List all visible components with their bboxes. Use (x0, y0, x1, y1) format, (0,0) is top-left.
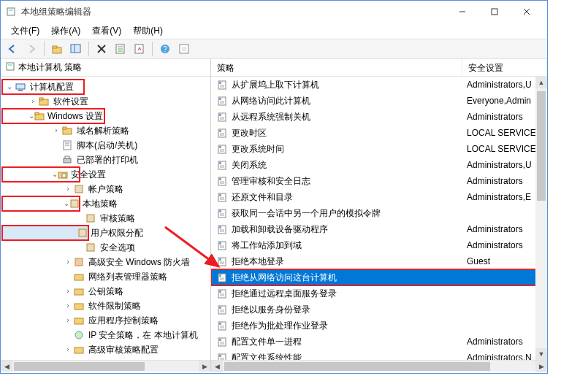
policy-row[interactable]: 拒绝从网络访问这台计算机 (211, 269, 547, 285)
refresh-button[interactable] (175, 40, 193, 58)
policy-row[interactable]: 拒绝以服务身份登录 (211, 301, 547, 318)
expand-icon[interactable]: ⌄ (5, 80, 14, 94)
setting-cell: Administrators (462, 109, 547, 125)
policy-row[interactable]: 拒绝本地登录Guest (211, 253, 547, 269)
tree-horizontal-scrollbar[interactable]: ◀ ▶ (1, 360, 210, 372)
policy-row[interactable]: 更改系统时间LOCAL SERVICE, (211, 141, 547, 157)
policy-row[interactable]: 配置文件单一进程Administrators (211, 334, 547, 350)
secopt-icon (84, 242, 97, 253)
expand-icon[interactable]: › (28, 94, 37, 109)
policy-cell: 从网络访问此计算机 (211, 93, 462, 109)
menu-help[interactable]: 帮助(H) (129, 23, 167, 39)
scroll-left-button[interactable]: ◀ (211, 361, 223, 372)
folder-icon (72, 345, 85, 354)
properties-button[interactable] (112, 40, 129, 58)
scroll-thumb[interactable] (224, 362, 490, 371)
tree-body[interactable]: ⌄ 计算机配置 › 软件设置 ⌄ Windows 设置 › (1, 77, 210, 360)
policy-row[interactable]: 更改时区LOCAL SERVICE, (211, 125, 547, 141)
scroll-right-button[interactable]: ▶ (199, 361, 210, 372)
tree-node-local-policies[interactable]: ⌄ 本地策略 (2, 196, 80, 211)
back-button[interactable] (4, 40, 21, 58)
scroll-left-button[interactable]: ◀ (1, 361, 12, 372)
expand-icon[interactable]: ⌄ (52, 167, 58, 182)
policy-row[interactable]: 配置文件系统性能Administrators,N (211, 350, 547, 360)
policy-row[interactable]: 将工作站添加到域Administrators (211, 237, 547, 253)
policy-row[interactable]: 拒绝通过远程桌面服务登录 (211, 285, 547, 301)
svg-rect-65 (219, 130, 221, 132)
tree-node-software-restriction[interactable]: › 软件限制策略 (2, 299, 209, 313)
forward-button[interactable] (23, 40, 40, 58)
expand-icon[interactable]: › (64, 299, 72, 313)
scroll-track[interactable] (12, 361, 199, 372)
policy-icon (215, 160, 229, 170)
close-button[interactable] (511, 1, 543, 22)
menu-file[interactable]: 文件(F) (7, 23, 44, 39)
tree-node-user-rights[interactable]: · 用户权限分配 (2, 226, 88, 240)
tree-node-network-list[interactable]: · 网络列表管理器策略 (2, 269, 209, 284)
expand-icon[interactable]: › (64, 284, 72, 299)
scroll-up-button[interactable]: ▲ (535, 77, 547, 88)
scroll-down-button[interactable]: ▼ (535, 348, 547, 360)
policy-cell: 获取同一会话中另一个用户的模拟令牌 (211, 205, 462, 221)
show-hide-tree-button[interactable] (67, 40, 85, 58)
menu-view[interactable]: 查看(V) (88, 23, 126, 39)
policy-row[interactable]: 关闭系统Administrators,U (211, 157, 547, 173)
tree-node-deployed-printers[interactable]: · 已部署的打印机 (2, 153, 209, 167)
setting-cell: Administrators,U (462, 157, 547, 173)
tree-node-advanced-audit[interactable]: › 高级审核策略配置 (2, 342, 209, 357)
tree-node-dns-policy[interactable]: › 域名解析策略 (2, 123, 209, 138)
policy-row[interactable]: 从远程系统强制关机Administrators (211, 109, 547, 125)
scroll-thumb[interactable] (537, 91, 546, 201)
maximize-button[interactable] (478, 1, 511, 22)
tree-node-security-settings[interactable]: ⌄ 安全设置 (2, 167, 80, 182)
svg-rect-7 (53, 46, 57, 48)
policy-icon (215, 353, 229, 360)
expand-icon[interactable]: ⌄ (64, 196, 69, 211)
expand-icon[interactable]: › (52, 357, 61, 360)
expand-icon[interactable]: › (64, 182, 72, 196)
delete-button[interactable] (93, 40, 110, 58)
col-policy[interactable]: 策略 (211, 59, 462, 76)
help-button[interactable]: ? (156, 40, 174, 58)
tree-node-ipsec[interactable]: · IP 安全策略，在 本地计算机 (2, 328, 209, 342)
policy-row[interactable]: 获取同一会话中另一个用户的模拟令牌 (211, 205, 547, 221)
tree-node-windows-settings[interactable]: ⌄ Windows 设置 (2, 109, 104, 123)
setting-cell: Administrators (462, 237, 547, 253)
tree-node-public-key[interactable]: › 公钥策略 (2, 284, 209, 299)
svg-rect-105 (219, 291, 221, 293)
col-setting[interactable]: 安全设置 (462, 59, 547, 76)
scroll-thumb[interactable] (14, 362, 145, 371)
tree-node-audit-policy[interactable]: · 审核策略 (2, 211, 209, 226)
svg-rect-44 (75, 289, 83, 295)
tree-node-firewall[interactable]: › 高级安全 Windows 防火墙 (2, 255, 209, 269)
policy-row[interactable]: 加载和卸载设备驱动程序Administrators (211, 221, 547, 237)
expand-icon[interactable]: › (52, 123, 61, 138)
tree-node-app-control[interactable]: › 应用程序控制策略 (2, 313, 209, 328)
policy-cell: 从远程系统强制关机 (211, 109, 462, 125)
scroll-right-button[interactable]: ▶ (535, 361, 547, 372)
expand-icon[interactable]: › (64, 342, 72, 357)
scroll-track[interactable] (223, 361, 535, 372)
up-button[interactable] (48, 40, 66, 58)
tree-node-computer-config[interactable]: ⌄ 计算机配置 (2, 80, 84, 94)
expand-icon[interactable]: ⌄ (28, 109, 34, 123)
menu-action[interactable]: 操作(A) (47, 23, 85, 39)
policy-row[interactable]: 从网络访问此计算机Everyone,Admin (211, 93, 547, 109)
policy-cell: 拒绝从网络访问这台计算机 (211, 269, 462, 285)
tree-node-security-options[interactable]: · 安全选项 (2, 240, 209, 255)
tree-node-software-settings[interactable]: › 软件设置 (2, 94, 209, 109)
policy-row[interactable]: 从扩展坞上取下计算机Administrators,U (211, 77, 547, 93)
export-button[interactable] (131, 40, 148, 58)
list-horizontal-scrollbar[interactable]: ◀ ▶ (211, 360, 547, 372)
list-vertical-scrollbar[interactable]: ▲ ▼ (535, 77, 547, 360)
minimize-button[interactable] (446, 1, 478, 22)
list-body[interactable]: 从扩展坞上取下计算机Administrators,U从网络访问此计算机Every… (211, 77, 547, 360)
tree-node-scripts[interactable]: · 脚本(启动/关机) (2, 138, 209, 153)
folder-icon (72, 316, 85, 325)
policy-row[interactable]: 还原文件和目录Administrators,E (211, 189, 547, 205)
policy-row[interactable]: 拒绝作为批处理作业登录 (211, 318, 547, 334)
policy-row[interactable]: 管理审核和安全日志Administrators (211, 173, 547, 189)
expand-icon[interactable]: › (64, 313, 72, 328)
tree-node-account-policies[interactable]: › 帐户策略 (2, 182, 209, 196)
expand-icon[interactable]: › (64, 255, 72, 269)
